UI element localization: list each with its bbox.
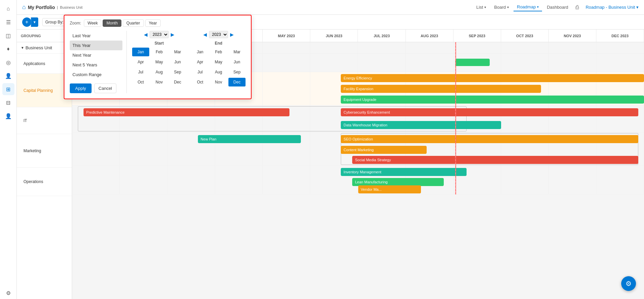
end-mar[interactable]: Mar [228, 48, 246, 56]
end-year-select[interactable]: 202320222024 [209, 31, 228, 38]
nav-divider: | [57, 5, 58, 9]
start-sep[interactable]: Sep [169, 68, 186, 76]
start-dec[interactable]: Dec [169, 78, 186, 86]
bar-social-media[interactable]: Social Media Strategy [352, 156, 638, 164]
start-jun[interactable]: Jun [169, 58, 186, 66]
month-aug-2023: AUG 2023 [406, 29, 453, 42]
bar-cybersecurity[interactable]: Cybersecurity Enhancement [341, 108, 638, 116]
end-feb[interactable]: Feb [210, 48, 227, 56]
start-may[interactable]: May [151, 58, 168, 66]
start-mar[interactable]: Mar [169, 48, 186, 56]
end-oct[interactable]: Oct [192, 78, 209, 86]
group-it[interactable]: IT [17, 107, 72, 134]
bar-applications-green[interactable] [455, 59, 489, 66]
start-prev-btn[interactable]: ◀ [144, 32, 148, 37]
app-title: My Portfolio [28, 5, 55, 10]
month-nov-2023: NOV 2023 [549, 29, 596, 42]
add-button[interactable]: + [22, 17, 32, 27]
end-jul[interactable]: Jul [192, 68, 209, 76]
end-nov[interactable]: Nov [210, 78, 227, 86]
bar-predictive-maintenance[interactable]: Predictive Maintenance [84, 108, 289, 116]
list-view-icon[interactable]: ☰ [2, 16, 14, 28]
bar-energy-efficiency[interactable]: Energy Efficiency [341, 74, 644, 82]
grouping-label: GROUPING [21, 34, 41, 38]
print-icon[interactable]: ⎙ [576, 4, 579, 10]
preset-this-year[interactable]: This Year [70, 41, 122, 50]
start-year-select[interactable]: 202320222024 [150, 31, 169, 38]
user-icon[interactable]: 👤 [2, 110, 14, 122]
tab-board[interactable]: Board ▾ [491, 3, 512, 11]
apply-button[interactable]: Apply [70, 83, 92, 93]
nav-tabs: List ▾ Board ▾ Roadmap ▾ Dashboard [473, 3, 572, 11]
start-jan[interactable]: Jan [132, 48, 149, 56]
roadmap-link[interactable]: Roadmap - Business Unit ▾ [586, 5, 639, 10]
bar-inventory-management[interactable]: Inventory Management [341, 168, 467, 176]
home-icon[interactable]: ⌂ [2, 3, 14, 15]
zoom-week[interactable]: Week [84, 19, 101, 27]
dp-presets: Last Year This Year Next Year Next 5 Yea… [70, 31, 127, 93]
start-feb[interactable]: Feb [151, 48, 168, 56]
end-prev-btn[interactable]: ◀ [203, 32, 207, 37]
people-icon[interactable]: 👤 [2, 70, 14, 82]
preset-custom-range[interactable]: Custom Range [70, 70, 122, 79]
end-dec[interactable]: Dec [228, 78, 246, 86]
cancel-button[interactable]: Cancel [94, 83, 116, 93]
gantt-cell [596, 54, 644, 72]
settings-icon[interactable]: ⚙ [2, 287, 14, 299]
globe-icon[interactable]: ◎ [2, 56, 14, 68]
gantt-cell [406, 54, 453, 72]
zoom-label: Zoom: [70, 21, 81, 25]
preset-next-5-years[interactable]: Next 5 Years [70, 60, 122, 70]
zoom-month[interactable]: Month [103, 19, 121, 27]
tab-roadmap[interactable]: Roadmap ▾ [514, 3, 542, 11]
end-aug[interactable]: Aug [210, 68, 227, 76]
start-apr[interactable]: Apr [132, 58, 149, 66]
roadmap-icon[interactable]: ⊞ [2, 83, 14, 95]
gantt-cell [549, 166, 596, 194]
preset-last-year[interactable]: Last Year [70, 31, 122, 41]
bar-data-warehouse[interactable]: Data Warehouse Migration [341, 121, 501, 129]
add-dropdown-button[interactable]: ▾ [31, 17, 38, 27]
bar-vendor-management[interactable]: Vendor Ma... [358, 185, 421, 193]
end-cal-header: ◀ 202320222024 ▶ [192, 31, 246, 38]
layers-icon[interactable]: ⊟ [2, 97, 14, 109]
gantt-cell [215, 166, 263, 194]
end-apr[interactable]: Apr [192, 58, 209, 66]
tab-dashboard[interactable]: Dashboard [543, 3, 572, 11]
fab-button[interactable]: ⚙ [621, 276, 636, 291]
end-next-btn[interactable]: ▶ [230, 32, 234, 37]
start-cal-header: ◀ 202320222024 ▶ [132, 31, 186, 38]
bar-seo-optimization[interactable]: SEO Optimization [341, 135, 638, 143]
group-operations[interactable]: Operations [17, 168, 72, 196]
tab-list[interactable]: List ▾ [473, 3, 489, 11]
end-jan[interactable]: Jan [192, 48, 209, 56]
end-cal-label: End [192, 41, 246, 46]
icon-sidebar: ⌂ ☰ ◫ ♦ ◎ 👤 ⊞ ⊟ 👤 ⚙ [0, 0, 17, 299]
chart-icon[interactable]: ◫ [2, 29, 14, 42]
start-jul[interactable]: Jul [132, 68, 149, 76]
start-nov[interactable]: Nov [151, 78, 168, 86]
dp-actions: Apply Cancel [70, 83, 122, 93]
fab-icon: ⚙ [626, 280, 632, 288]
start-next-btn[interactable]: ▶ [171, 32, 174, 37]
group-label: Business Unit [25, 45, 52, 50]
start-oct[interactable]: Oct [132, 78, 149, 86]
lightbulb-icon[interactable]: ♦ [2, 43, 14, 55]
start-months-grid: Jan Feb Mar Apr May Jun Jul Aug Sep Oct … [132, 48, 186, 86]
preset-next-year[interactable]: Next Year [70, 50, 122, 60]
bar-lean-manufacturing[interactable]: Lean Manufacturing [352, 178, 444, 186]
bar-content-marketing[interactable]: Content Marketing [341, 146, 427, 154]
zoom-year[interactable]: Year [145, 19, 161, 27]
bar-new-plan[interactable]: New Plan [198, 135, 301, 143]
end-jun[interactable]: Jun [228, 58, 246, 66]
zoom-quarter[interactable]: Quarter [123, 19, 144, 27]
gantt-cell [263, 42, 310, 53]
month-oct-2023: OCT 2023 [501, 29, 549, 42]
group-label: Operations [23, 179, 43, 184]
end-sep[interactable]: Sep [228, 68, 246, 76]
bar-equipment-upgrade[interactable]: Equipment Upgrade [341, 96, 644, 104]
start-aug[interactable]: Aug [151, 68, 168, 76]
group-marketing[interactable]: Marketing [17, 134, 72, 168]
end-may[interactable]: May [210, 58, 227, 66]
bar-facility-expansion[interactable]: Facility Expansion [341, 85, 541, 93]
